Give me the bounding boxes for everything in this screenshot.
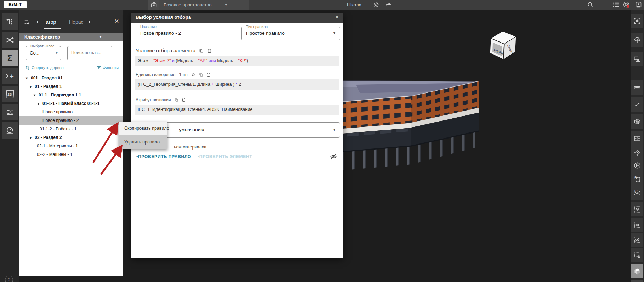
flash-clash-button[interactable] [631, 97, 643, 112]
hide-visibility-button[interactable] [631, 233, 643, 247]
tree-caret-icon[interactable]: ▾ [38, 100, 42, 108]
tree-row[interactable]: ▾01 - Раздел 1 [19, 82, 123, 91]
app-logo[interactable]: BiMiT [4, 1, 27, 8]
condition-formula[interactable]: Этаж = "Этаж 2" и (Модель = "АР" или Мод… [135, 56, 339, 66]
copy-rule-menu-item[interactable]: Скопировать правило [119, 122, 167, 135]
class-select-label: Выбрать клас... [29, 44, 59, 48]
tree-caret-icon[interactable]: ▾ [30, 83, 35, 91]
class-select[interactable]: Выбрать клас... Со... ▾ [26, 46, 61, 60]
attr-section-label: Атрибут названия [136, 97, 186, 102]
clear-selection-button[interactable] [631, 248, 643, 262]
copy-icon[interactable] [174, 98, 178, 102]
charts-button[interactable] [2, 104, 18, 120]
floor-plan-button[interactable] [631, 131, 643, 146]
hide-object-box-button[interactable] [631, 202, 643, 216]
tree-row[interactable]: ▾01-1 - Подраздел 1.1 [19, 91, 123, 99]
help-button[interactable]: ? [5, 276, 13, 282]
tab-classifier[interactable]: атор [46, 19, 56, 25]
zoom-fit-button[interactable] [631, 14, 643, 28]
show-visibility-button[interactable] [631, 218, 643, 232]
materials-checkbox-label[interactable]: ъем материалов [173, 145, 206, 150]
collapse-tree-link[interactable]: Свернуть дерево [32, 66, 64, 70]
top-bar: BiMiT Базовое пространство ▾ Школа.. [0, 0, 644, 10]
sigma-plus-button[interactable]: Σ+ [2, 68, 18, 84]
tab-neras[interactable]: Нерас [69, 19, 83, 25]
tree-caret-icon[interactable]: ▾ [26, 74, 31, 83]
ruler-measure-button[interactable] [631, 80, 643, 95]
filters-link[interactable]: Фильтры [103, 66, 119, 70]
chevron-down-icon: ▾ [99, 34, 102, 39]
classifier-dropdown-header[interactable]: Классификатор ▾ [19, 33, 123, 41]
rule-type-label: Тип правила [245, 24, 269, 29]
flag-marker-button[interactable] [631, 158, 643, 173]
briefcase-icon [150, 1, 158, 9]
class-select-value: Со... [30, 50, 39, 56]
smart-select-button[interactable]: S [631, 172, 643, 186]
tree-row-label: 01-1 - Подраздел 1.1 [39, 92, 81, 97]
notification-badge [627, 5, 629, 8]
active-tab-underline [44, 28, 61, 29]
axes-lines-button[interactable]: 1 2 [631, 186, 643, 200]
copy-icon[interactable] [199, 49, 204, 53]
view-cube-button[interactable] [631, 264, 643, 278]
target-locate-button[interactable] [631, 146, 643, 160]
unit-formula[interactable]: (IFC_2_Геометрия_Стены/1. Длина + Ширина… [135, 79, 339, 90]
gear-icon[interactable] [191, 73, 195, 77]
tab-scroll-right-icon[interactable]: › [88, 17, 91, 26]
workspace-label: Базовое пространство [164, 2, 212, 7]
paste-icon[interactable] [182, 98, 186, 102]
rule-type-select[interactable]: Тип правила Простое правило ▾ [241, 27, 340, 40]
orbit-button[interactable] [631, 280, 643, 282]
collapse-tree-icon[interactable] [25, 65, 30, 70]
rule-type-value: Простое правило [246, 30, 285, 36]
sort-menu-icon[interactable] [24, 19, 31, 26]
section-box-button[interactable] [631, 114, 643, 129]
tree-row[interactable]: ▾02 - Раздел 2 [19, 133, 123, 142]
delete-rule-menu-item[interactable]: Удалить правило [119, 135, 167, 149]
rule-name-field[interactable]: Название [136, 27, 232, 40]
rule-name-label: Название [139, 24, 158, 29]
check-rule-button[interactable]: •ПРОВЕРИТЬ ПРАВИЛО [136, 154, 191, 159]
tree-row[interactable]: ▾01-1-1 - Новый класс 01-1-1 [19, 99, 123, 108]
hierarchy-tree-button[interactable] [2, 13, 18, 30]
2d-view-button[interactable]: 2D [2, 86, 18, 102]
tree-search-input[interactable] [71, 50, 110, 55]
gear-icon[interactable] [372, 1, 380, 9]
list-icon[interactable] [612, 1, 620, 9]
tree-row[interactable]: 02-1 - Материалы - 1 [19, 142, 123, 150]
gauge-button[interactable] [2, 122, 18, 139]
workspace-selector[interactable]: Базовое пространство ▾ [159, 0, 249, 10]
tree-row[interactable]: 01-1-2 - Работы - 1 [19, 125, 123, 133]
tree-row-label: 01-1-1 - Новый класс 01-1-1 [42, 101, 100, 106]
tree-row-selected[interactable]: Новое правило - 2 [19, 116, 123, 125]
shuffle-button[interactable] [2, 32, 18, 48]
environment-tree-button[interactable] [631, 33, 643, 47]
filter-funnel-icon[interactable] [97, 66, 101, 70]
dialog-close-icon[interactable]: × [335, 13, 339, 21]
chevron-down-icon: ▾ [225, 2, 227, 7]
sigma-rules-button[interactable]: Σ [2, 50, 18, 66]
eye-off-icon[interactable] [330, 153, 337, 160]
tree-row[interactable]: 02-2 - Машины - 1 [19, 150, 123, 159]
copy-icon[interactable] [199, 73, 203, 77]
isolate-selection-button[interactable] [631, 52, 643, 66]
user-account-icon[interactable] [635, 1, 642, 9]
tree-caret-icon[interactable]: ▾ [34, 91, 39, 100]
tab-scroll-left-icon[interactable]: ‹ [36, 17, 39, 26]
search-icon[interactable] [587, 1, 594, 9]
tree-row[interactable]: Новое правило [19, 108, 123, 116]
tree-row-label: 02 - Раздел 2 [35, 135, 62, 140]
rule-name-input[interactable] [140, 30, 225, 36]
tree-caret-icon[interactable]: ▾ [30, 134, 35, 142]
tree-search-field[interactable] [67, 46, 112, 60]
tree-row-label: 02-1 - Материалы - 1 [37, 143, 78, 148]
tree-row[interactable]: ▾001 - Раздел 01 [19, 74, 123, 82]
share-icon[interactable] [384, 1, 392, 9]
panel-close-icon[interactable]: × [114, 17, 119, 26]
workspace-switcher[interactable] [148, 0, 159, 10]
paste-icon[interactable] [207, 49, 212, 53]
tree-row-label: 01 - Раздел 1 [35, 84, 62, 89]
attr-formula[interactable]: IFC_1_Идентификация_Стены/4. ADSK_Наимен… [135, 105, 339, 115]
notifications-bell-icon[interactable] [623, 1, 630, 9]
paste-icon[interactable] [206, 73, 211, 77]
